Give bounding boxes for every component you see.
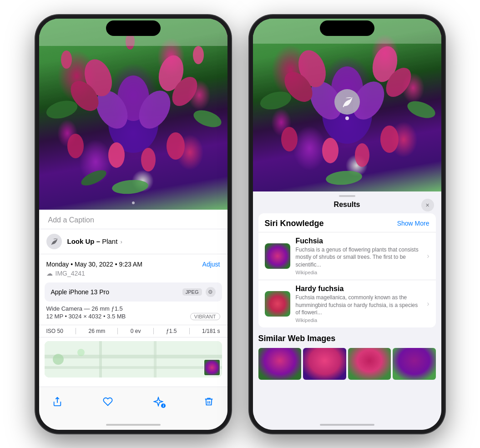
similar-image-4[interactable] xyxy=(393,348,436,380)
leaf-look-up-icon xyxy=(341,96,354,108)
exif-ev: 0 ev xyxy=(131,328,141,334)
svg-point-17 xyxy=(111,178,148,195)
camera-specs: Wide Camera — 26 mm ƒ1.5 12 MP • 3024 × … xyxy=(39,302,227,322)
knowledge-item-fuchsia[interactable]: Fuchsia Fuchsia is a genus of flowering … xyxy=(258,232,436,280)
leaf-icon xyxy=(50,237,58,246)
svg-point-12 xyxy=(193,46,204,64)
home-bar xyxy=(106,424,161,426)
flower-svg xyxy=(39,19,227,210)
filename-text: IMG_4241 xyxy=(56,270,85,277)
fuchsia-name: Fuchsia xyxy=(296,237,422,245)
siri-knowledge-section: Siri Knowledge Show More Fuchsia Fuchsia… xyxy=(258,213,436,328)
similar-image-1[interactable] xyxy=(258,348,302,380)
favorite-button[interactable] xyxy=(99,393,117,411)
svg-point-18 xyxy=(79,167,108,188)
svg-rect-23 xyxy=(154,341,157,378)
adjust-button[interactable]: Adjust xyxy=(202,261,220,268)
similar-images-row xyxy=(258,348,436,380)
home-indicator-right xyxy=(253,420,441,430)
hardy-name: Hardy fuchsia xyxy=(296,285,422,293)
similar-image-2[interactable] xyxy=(303,348,346,380)
svg-point-36 xyxy=(355,143,369,167)
results-handle xyxy=(253,191,441,199)
device-row: Apple iPhone 13 Pro JPEG ⚙ xyxy=(45,282,222,302)
results-header: Results × xyxy=(253,199,441,213)
svg-point-38 xyxy=(281,127,298,151)
dynamic-island-right xyxy=(320,20,374,36)
exif-focal: 26 mm xyxy=(88,328,105,334)
visual-look-up-button[interactable] xyxy=(334,89,360,115)
svg-point-26 xyxy=(77,349,85,356)
left-screen: Add a Caption Look Up – Plant › Mon xyxy=(39,19,227,430)
spec-line-2: 12 MP • 3024 × 4032 • 3.5 MB VIBRANT xyxy=(46,313,220,320)
look-up-icon xyxy=(46,234,62,249)
caption-placeholder[interactable]: Add a Caption xyxy=(48,216,94,224)
trash-icon xyxy=(204,397,214,407)
date-row: Monday • May 30, 2022 • 9:23 AM ☁ IMG_42… xyxy=(39,254,227,279)
share-icon xyxy=(52,397,62,407)
similar-title: Similar Web Images xyxy=(258,334,436,343)
svg-point-11 xyxy=(67,134,84,158)
map-area[interactable] xyxy=(45,341,222,378)
similar-image-3[interactable] xyxy=(348,348,391,380)
info-badge xyxy=(160,403,167,409)
look-up-label[interactable]: Look Up – Plant › xyxy=(67,237,122,245)
svg-point-9 xyxy=(141,148,156,171)
delete-button[interactable] xyxy=(200,393,218,411)
right-screen: Results × Siri Knowledge Show More Fuchs… xyxy=(253,19,441,430)
exif-divider-4 xyxy=(189,328,190,334)
svg-rect-20 xyxy=(45,341,222,378)
svg-point-16 xyxy=(191,107,223,131)
hardy-thumb-image xyxy=(265,291,290,317)
device-badges: JPEG ⚙ xyxy=(182,287,216,297)
look-up-row[interactable]: Look Up – Plant › xyxy=(39,229,227,254)
photo-area-left[interactable] xyxy=(39,19,227,210)
exif-shutter: 1/181 s xyxy=(202,328,220,334)
device-name: Apple iPhone 13 Pro xyxy=(51,288,109,296)
exif-divider-1 xyxy=(76,328,76,334)
fuchsia-thumb-image xyxy=(265,243,290,269)
svg-point-8 xyxy=(108,142,125,168)
results-title: Results xyxy=(334,201,360,209)
knowledge-item-hardy[interactable]: Hardy fuchsia Fuchsia magellanica, commo… xyxy=(258,280,436,327)
handle-bar xyxy=(339,195,355,197)
photo-area-right[interactable] xyxy=(253,19,441,191)
fuchsia-thumbnail xyxy=(265,243,290,269)
exif-row: ISO 50 26 mm 0 ev ƒ1.5 1/181 s xyxy=(39,325,227,337)
svg-point-41 xyxy=(325,169,362,186)
heart-icon xyxy=(103,397,113,407)
date-text: Monday • May 30, 2022 • 9:23 AM xyxy=(46,261,142,268)
close-button[interactable]: × xyxy=(421,199,434,211)
fuchsia-description: Fuchsia is a genus of flowering plants t… xyxy=(296,246,422,269)
exif-divider-2 xyxy=(117,328,118,334)
home-indicator xyxy=(39,420,227,430)
svg-rect-21 xyxy=(45,355,222,358)
share-button[interactable] xyxy=(48,393,66,411)
hardy-info: Hardy fuchsia Fuchsia magellanica, commo… xyxy=(296,285,422,323)
fuchsia-chevron: › xyxy=(427,252,429,260)
siri-knowledge-title: Siri Knowledge xyxy=(265,219,324,228)
exif-iso: ISO 50 xyxy=(46,328,63,334)
jpeg-badge: JPEG xyxy=(182,288,202,296)
info-button[interactable] xyxy=(149,393,167,411)
fuchsia-info: Fuchsia Fuchsia is a genus of flowering … xyxy=(296,237,422,275)
map-thumbnail xyxy=(204,359,220,376)
map-svg xyxy=(45,341,222,378)
spec-line-1: Wide Camera — 26 mm ƒ1.5 xyxy=(46,305,220,312)
svg-point-39 xyxy=(258,88,293,112)
hardy-source: Wikipedia xyxy=(296,317,422,323)
settings-icon[interactable]: ⚙ xyxy=(206,287,216,297)
caption-area[interactable]: Add a Caption xyxy=(39,210,227,229)
svg-point-35 xyxy=(322,138,339,163)
photo-dot-indicator xyxy=(132,201,135,204)
similar-section: Similar Web Images xyxy=(253,327,441,383)
hardy-thumbnail xyxy=(265,291,290,317)
show-more-button[interactable]: Show More xyxy=(397,220,429,227)
svg-point-10 xyxy=(167,132,185,160)
hardy-description: Fuchsia magellanica, commonly known as t… xyxy=(296,294,422,317)
knowledge-header: Siri Knowledge Show More xyxy=(258,213,436,232)
svg-rect-24 xyxy=(45,366,222,369)
date-info: Monday • May 30, 2022 • 9:23 AM ☁ IMG_42… xyxy=(46,261,142,277)
exif-aperture: ƒ1.5 xyxy=(166,328,177,334)
svg-point-13 xyxy=(61,50,72,69)
